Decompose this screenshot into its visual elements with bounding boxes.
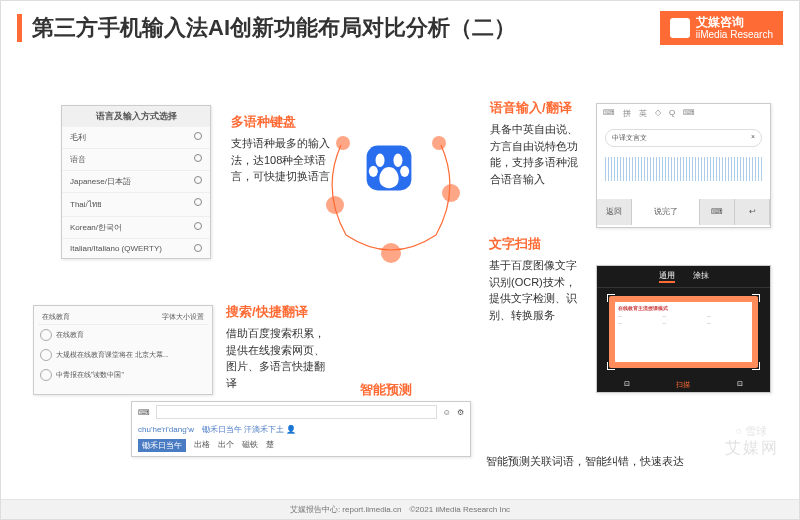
lang-item: Japanese/日本語 (70, 176, 131, 187)
footer: 艾媒报告中心: report.iimedia.cn ©2021 iiMedia … (1, 499, 799, 519)
feature-predict: 智能预测 (351, 381, 421, 403)
voice-btn: ↩ (735, 199, 770, 225)
ocr-tab: 通用 (659, 270, 675, 283)
slide: 第三方手机输入法AI创新功能布局对比分析（二） 艾媒咨询iiMedia Rese… (0, 0, 800, 520)
ocr-btn: ⊡ (737, 380, 743, 390)
emoji-icon: ☺ (443, 408, 451, 417)
suggestion-text: 锄禾日当午 汗滴禾下土 (202, 425, 284, 434)
feature-desc: 具备中英自由说、方言自由说特色功能，支持多语种混合语音输入 (490, 121, 585, 187)
radio-icon (194, 176, 202, 184)
user-icon: 👤 (286, 425, 296, 434)
candidate-selected: 锄禾日当午 (138, 439, 186, 452)
lang-panel-header: 语言及输入方式选择 (62, 106, 210, 127)
svg-point-8 (326, 196, 344, 214)
bullet-icon (40, 349, 52, 361)
screenshot-prediction-panel: ⌨☺⚙ chu'he'ri'dang'w 锄禾日当午 汗滴禾下土 👤 锄禾日当午… (131, 401, 471, 457)
search-row: 在线教育 (56, 330, 84, 340)
candidate: 磁铁 (242, 439, 258, 452)
bullet-icon (40, 329, 52, 341)
tab-label: 字体大小设置 (162, 312, 204, 322)
close-icon: × (751, 133, 755, 143)
keyboard-icon: ⌨ (138, 408, 150, 417)
scan-frame: 在线教育主流授课模式—————— (609, 296, 758, 368)
feature-title: 文字扫描 (489, 235, 585, 253)
ocr-btn: ⊡ (624, 380, 630, 390)
logo-name: 艾媒咨询 (696, 15, 773, 29)
feature-voice: 语音输入/翻译 具备中英自由说、方言自由说特色功能，支持多语种混合语音输入 (490, 99, 585, 187)
pinyin-text: chu'he'ri'dang'w (138, 425, 194, 434)
svg-point-9 (381, 243, 401, 263)
voice-tab: ⌨ (683, 108, 695, 119)
radio-icon (194, 198, 202, 206)
candidate: 出格 (194, 439, 210, 452)
text-input (156, 405, 437, 419)
voice-tab: ◇ (655, 108, 661, 119)
candidate: 出个 (218, 439, 234, 452)
content-area: 语言及输入方式选择 毛利 语音 Japanese/日本語 Thai/ไทย Ko… (1, 55, 799, 495)
lang-item: 语音 (70, 154, 86, 165)
watermark-xueqiu: ○ 雪球 (735, 424, 767, 439)
svg-point-5 (336, 136, 350, 150)
feature-desc: 基于百度图像文字识别(OCR)技术，提供文字检测、识别、转换服务 (489, 257, 585, 323)
screenshot-search-panel: 在线教育字体大小设置 在线教育 大规模在线教育课堂将在 北京大幕... 中青报在… (33, 305, 213, 395)
screenshot-voice-panel: ⌨ 拼 英 ◇ Q ⌨ 中译文言文× 返回 说完了 ⌨ ↩ (596, 103, 771, 228)
search-row: 大规模在线教育课堂将在 北京大幕... (56, 350, 169, 360)
feature-search: 搜索/快捷翻译 借助百度搜索积累，提供在线搜索网页、图片、多语言快捷翻译 (226, 303, 326, 391)
radio-icon (194, 244, 202, 252)
voice-btn-done: 说完了 (632, 199, 701, 225)
voice-tab: ⌨ (603, 108, 615, 119)
svg-point-6 (432, 136, 446, 150)
radio-icon (194, 154, 202, 162)
connector-orbit (301, 115, 481, 265)
lang-item: Korean/한국어 (70, 222, 122, 233)
bullet-icon (40, 369, 52, 381)
ocr-btn-scan: 扫描 (676, 380, 690, 390)
scanned-document: 在线教育主流授课模式—————— (615, 302, 752, 362)
screenshot-language-panel: 语言及输入方式选择 毛利 语音 Japanese/日本語 Thai/ไทย Ko… (61, 105, 211, 259)
feature-title: 语音输入/翻译 (490, 99, 585, 117)
logo-sub: iiMedia Research (696, 29, 773, 40)
feature-ocr: 文字扫描 基于百度图像文字识别(OCR)技术，提供文字检测、识别、转换服务 (489, 235, 585, 323)
voice-tab: 拼 (623, 108, 631, 119)
feature-title: 搜索/快捷翻译 (226, 303, 326, 321)
waveform-icon (605, 157, 762, 181)
logo-icon (670, 18, 690, 38)
candidate: 楚 (266, 439, 274, 452)
tab-label: 在线教育 (42, 312, 70, 322)
page-title: 第三方手机输入法AI创新功能布局对比分析（二） (32, 13, 516, 43)
voice-tab: 英 (639, 108, 647, 119)
brand-logo: 艾媒咨询iiMedia Research (660, 11, 783, 45)
feature-title: 智能预测 (351, 381, 421, 399)
ocr-tab: 涂抹 (693, 270, 709, 283)
watermark-iimedia: 艾媒网 (725, 438, 779, 459)
settings-icon: ⚙ (457, 408, 464, 417)
search-row: 中青报在线"读数中国" (56, 370, 124, 380)
radio-icon (194, 222, 202, 230)
lang-item: Italian/Italiano (QWERTY) (70, 244, 162, 253)
voice-tab: Q (669, 108, 675, 119)
title-accent (17, 14, 22, 42)
voice-btn: 返回 (597, 199, 632, 225)
voice-input-text: 中译文言文 (612, 133, 647, 143)
feature-desc: 借助百度搜索积累，提供在线搜索网页、图片、多语言快捷翻译 (226, 325, 326, 391)
lang-item: 毛利 (70, 132, 86, 143)
svg-point-7 (442, 184, 460, 202)
screenshot-ocr-panel: 通用涂抹 在线教育主流授课模式—————— ⊡扫描⊡ (596, 265, 771, 393)
lang-item: Thai/ไทย (70, 198, 102, 211)
feature-predict-desc: 智能预测关联词语，智能纠错，快速表达 (486, 453, 684, 470)
radio-icon (194, 132, 202, 140)
voice-btn: ⌨ (700, 199, 735, 225)
